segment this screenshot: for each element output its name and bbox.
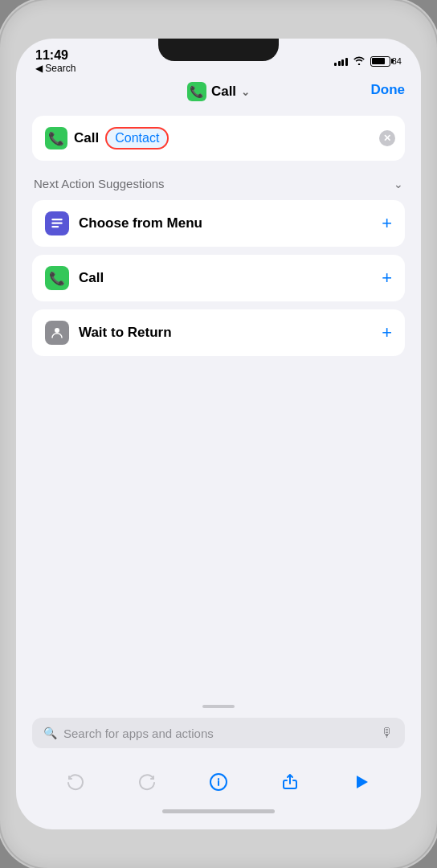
wifi-icon — [353, 55, 366, 68]
drag-handle — [202, 705, 235, 708]
svg-point-3 — [55, 328, 59, 333]
call-suggestion-icon: 📞 — [45, 266, 69, 290]
contact-token[interactable]: Contact — [105, 127, 169, 149]
play-button[interactable] — [344, 764, 379, 800]
toolbar — [32, 760, 405, 805]
redo-button[interactable] — [129, 764, 165, 800]
suggestion-item-call[interactable]: 📞 Call + — [32, 255, 405, 301]
status-time-group: 11:49 ◀ Search — [35, 48, 76, 74]
phone-shell: 11:49 ◀ Search — [0, 0, 437, 868]
choose-menu-add-button[interactable]: + — [382, 215, 392, 232]
undo-button[interactable] — [58, 764, 93, 800]
call-action-icon: 📞 — [45, 127, 67, 149]
section-header: Next Action Suggestions ⌄ — [32, 177, 405, 190]
wait-return-add-button[interactable]: + — [382, 324, 392, 342]
nav-title-text: Call — [211, 84, 236, 100]
search-bar[interactable]: 🔍 Search for apps and actions 🎙 — [32, 718, 405, 748]
bottom-area: 🔍 Search for apps and actions 🎙 — [16, 705, 421, 829]
signal-icon — [334, 56, 348, 66]
section-title: Next Action Suggestions — [34, 177, 165, 190]
svg-rect-1 — [51, 223, 63, 224]
svg-rect-2 — [51, 226, 59, 227]
clear-button[interactable]: ✕ — [379, 130, 395, 146]
done-button[interactable]: Done — [371, 82, 406, 98]
mic-icon[interactable]: 🎙 — [381, 726, 394, 740]
notch — [158, 39, 279, 61]
nav-chevron-icon[interactable]: ⌄ — [241, 86, 250, 98]
call-action-label: Call — [74, 130, 99, 146]
battery-icon: 84 — [370, 56, 402, 67]
search-input-placeholder[interactable]: Search for apps and actions — [63, 727, 374, 740]
content-area: 📞 Call Contact ✕ Next Action Suggestions… — [16, 108, 421, 705]
share-button[interactable] — [272, 764, 308, 800]
svg-rect-0 — [51, 219, 63, 220]
home-indicator — [162, 809, 275, 813]
call-suggestion-add-button[interactable]: + — [382, 269, 392, 287]
call-action-block: 📞 Call Contact ✕ — [32, 116, 405, 161]
call-suggestion-label: Call — [79, 270, 372, 286]
suggestion-item-wait-return[interactable]: Wait to Return + — [32, 309, 405, 356]
suggestion-item-choose-menu[interactable]: Choose from Menu + — [32, 200, 405, 247]
phone-screen: 11:49 ◀ Search — [16, 39, 421, 829]
search-icon: 🔍 — [43, 727, 57, 739]
nav-title: 📞 Call ⌄ — [187, 82, 250, 101]
suggestion-list: Choose from Menu + 📞 Call + Wait — [32, 200, 405, 356]
wait-return-label: Wait to Return — [79, 325, 372, 341]
wait-return-icon — [45, 321, 69, 345]
choose-menu-label: Choose from Menu — [79, 215, 372, 231]
svg-marker-5 — [357, 776, 368, 788]
status-time: 11:49 — [35, 48, 68, 63]
info-button[interactable] — [201, 764, 236, 800]
status-icons: 84 — [334, 55, 402, 68]
nav-bar: 📞 Call ⌄ Done — [16, 77, 421, 108]
section-chevron-icon[interactable]: ⌄ — [394, 178, 403, 190]
choose-menu-icon — [45, 211, 69, 235]
call-app-icon: 📞 — [187, 82, 206, 101]
back-label[interactable]: ◀ Search — [35, 63, 76, 74]
